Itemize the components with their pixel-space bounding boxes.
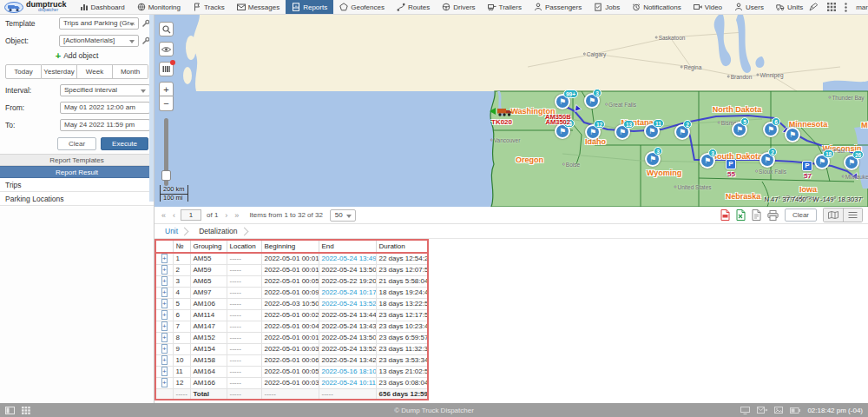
expand-row-icon[interactable]: +: [161, 265, 168, 275]
map-visibility-button[interactable]: [159, 42, 174, 56]
expand-row-icon[interactable]: +: [161, 344, 168, 354]
expand-row-icon[interactable]: +: [161, 355, 168, 365]
map-search-button[interactable]: [159, 22, 174, 36]
zoom-out-button[interactable]: −: [159, 96, 174, 111]
unit-cluster-marker[interactable]: ⚑3: [584, 93, 600, 109]
unit-cluster-marker[interactable]: ⚑12: [585, 124, 601, 140]
cell-end[interactable]: 2022-05-16 18:10:28: [319, 366, 376, 377]
nav-item-notifications[interactable]: Notifications: [626, 0, 687, 14]
range-button-month[interactable]: Month: [113, 64, 148, 79]
zoom-in-button[interactable]: +: [159, 82, 174, 96]
unit-cluster-marker[interactable]: ⚑99+: [555, 94, 570, 109]
expand-row-icon[interactable]: +: [161, 299, 168, 308]
export-pdf-icon[interactable]: [720, 209, 730, 221]
unit-cluster-marker[interactable]: ⚑13: [615, 124, 630, 140]
unit-cluster-marker[interactable]: ⚑3: [700, 153, 715, 169]
nav-item-jobs[interactable]: Jobs: [588, 0, 626, 14]
nav-item-reports[interactable]: Reports: [286, 0, 333, 14]
more-vertical-icon[interactable]: [845, 3, 847, 12]
prev-page-button[interactable]: ‹: [171, 211, 177, 220]
window-layout-icon[interactable]: [5, 407, 15, 414]
expand-row-icon[interactable]: +: [161, 288, 168, 297]
clear-button[interactable]: Clear: [57, 137, 96, 150]
result-item-trips[interactable]: Trips: [0, 178, 154, 192]
apps-grid-icon[interactable]: [827, 3, 836, 11]
map-layers-button[interactable]: [159, 62, 174, 76]
app-logo: dumptruck dispatcher: [0, 2, 74, 13]
range-button-week[interactable]: Week: [77, 64, 113, 79]
unit-cluster-marker[interactable]: ⚑2: [760, 152, 775, 168]
sidebar-scrollbar[interactable]: [149, 15, 154, 202]
list-view-button[interactable]: [843, 208, 862, 222]
expand-row-icon[interactable]: +: [161, 378, 168, 387]
cell-end[interactable]: 2022-05-24 13:49:22: [319, 253, 376, 264]
tab-detalization[interactable]: Detalization: [192, 225, 251, 237]
message-send-icon[interactable]: [757, 407, 767, 414]
execute-button[interactable]: Execute: [101, 137, 148, 150]
draw-tools-icon[interactable]: [809, 3, 819, 11]
from-input[interactable]: May 01 2022 12:00 am: [60, 102, 150, 114]
nav-item-passengers[interactable]: Passengers: [528, 0, 588, 14]
expand-row-icon[interactable]: +: [161, 310, 168, 320]
expand-row-icon[interactable]: +: [161, 254, 168, 263]
nav-item-users[interactable]: Users: [728, 0, 770, 14]
unit-cluster-marker[interactable]: ⚑6: [763, 122, 779, 137]
map-view-button[interactable]: [824, 208, 843, 222]
unit-cluster-marker[interactable]: ⚑18: [814, 154, 830, 169]
monitor-icon[interactable]: [740, 407, 750, 414]
nav-item-dashboard[interactable]: Dashboard: [74, 0, 131, 14]
expand-row-icon[interactable]: +: [161, 367, 168, 376]
truck-marker[interactable]: [490, 105, 514, 119]
first-page-button[interactable]: «: [160, 211, 168, 220]
add-object-button[interactable]: + Add object: [0, 50, 154, 62]
tab-unit[interactable]: Unit: [158, 225, 192, 237]
unit-cluster-marker[interactable]: ⚑3: [645, 151, 661, 167]
expand-row-icon[interactable]: +: [161, 321, 168, 331]
cell-end[interactable]: 2022-05-24 13:52:37: [319, 298, 376, 309]
unit-cluster-marker[interactable]: ⚑5: [732, 122, 747, 137]
zoom-slider-handle[interactable]: [161, 170, 171, 181]
parking-marker[interactable]: P57: [802, 161, 812, 171]
section-report-templates[interactable]: Report Templates: [0, 154, 154, 166]
unit-cluster-marker[interactable]: ⚑2: [674, 124, 690, 140]
section-report-result[interactable]: Report Result: [0, 166, 154, 178]
nav-item-video[interactable]: Video: [687, 0, 728, 14]
page-input[interactable]: 1: [181, 209, 201, 221]
expand-row-icon[interactable]: +: [161, 333, 168, 342]
interval-select[interactable]: Specified interval: [60, 84, 150, 96]
media-icon[interactable]: [774, 407, 783, 414]
last-page-button[interactable]: »: [233, 211, 240, 220]
nav-item-geofences[interactable]: Geofences: [333, 0, 391, 14]
unit-cluster-marker[interactable]: ⚑11: [644, 123, 660, 139]
print-icon[interactable]: [767, 210, 779, 221]
cell-end[interactable]: 2022-05-24 10:11:43: [319, 377, 376, 388]
next-page-button[interactable]: ›: [223, 211, 229, 220]
unit-cluster-marker[interactable]: ⚑: [785, 127, 800, 142]
to-input[interactable]: May 24 2022 11:59 pm: [60, 119, 150, 131]
nav-item-monitoring[interactable]: Monitoring: [131, 0, 187, 14]
results-clear-button[interactable]: Clear: [785, 208, 817, 222]
battery-icon[interactable]: [790, 407, 800, 414]
nav-item-drivers[interactable]: Drivers: [436, 0, 481, 14]
map[interactable]: WashingtonOregonIdahoMontanaWyomingNorth…: [155, 15, 868, 207]
grid-icon[interactable]: [22, 407, 30, 414]
template-select[interactable]: Trips and Parking (Gr...: [59, 17, 139, 30]
export-excel-icon[interactable]: [736, 209, 746, 221]
nav-item-routes[interactable]: Routes: [391, 0, 436, 14]
cell-end[interactable]: 2022-05-24 10:17:05: [319, 287, 376, 298]
unit-cluster-marker[interactable]: ⚑26: [844, 155, 859, 170]
page-size-select[interactable]: 50: [330, 209, 356, 222]
nav-item-messages[interactable]: Messages: [231, 0, 286, 14]
object-select[interactable]: [ActionMaterials]: [59, 35, 139, 47]
result-item-parking-locations[interactable]: Parking Locations: [0, 192, 154, 206]
expand-row-icon[interactable]: +: [161, 276, 168, 286]
nav-item-units[interactable]: Units: [770, 0, 809, 14]
zoom-slider[interactable]: [159, 118, 174, 186]
range-button-yesterday[interactable]: Yesterday: [42, 64, 77, 79]
user-name[interactable]: marygrace: [856, 3, 868, 11]
export-file-icon[interactable]: [752, 209, 761, 221]
nav-item-trailers[interactable]: Trailers: [482, 0, 528, 14]
nav-item-tracks[interactable]: Tracks: [187, 0, 231, 14]
range-button-today[interactable]: Today: [5, 64, 42, 79]
parking-marker[interactable]: P55: [726, 159, 736, 169]
